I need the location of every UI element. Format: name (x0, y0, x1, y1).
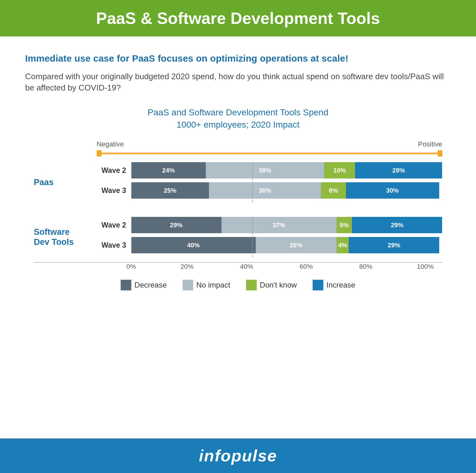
description: Compared with your originally budgeted 2… (25, 71, 451, 94)
positive-label: Positive (418, 140, 442, 148)
group-spacer (34, 207, 442, 217)
seg-decrease: 40% (131, 237, 256, 253)
legend-box-decrease (121, 280, 131, 290)
category-group-paas: Paas Wave 2 24% 38% 10% 28% (34, 162, 442, 202)
chart-area: Negative Positive (34, 140, 442, 290)
bar-stack-paas-wave3: 25% 36% 8% 30% (131, 182, 442, 199)
category-group-software: SoftwareDev Tools Wave 2 29% 37% 5% 29% (34, 217, 442, 257)
seg-increase: 29% (349, 237, 439, 253)
legend-box-noimpact (183, 280, 193, 290)
dashed-line-software (252, 217, 253, 257)
bar-stack-paas-wave2: 24% 38% 10% 28% (131, 162, 442, 179)
negative-label: Negative (97, 140, 124, 148)
seg-increase: 29% (352, 217, 442, 233)
bar-row-paas-wave2: Wave 2 24% 38% 10% 28% (97, 162, 442, 179)
seg-increase: 28% (355, 162, 442, 179)
seg-noimpact: 38% (206, 162, 324, 179)
legend-label-dontknow: Don't know (260, 281, 297, 289)
legend: Decrease No impact Don't know Increase (34, 280, 442, 290)
wave-label: Wave 2 (97, 166, 131, 175)
legend-box-dontknow (246, 280, 257, 290)
x-axis: 0% 20% 40% 60% 80% 100% (34, 262, 442, 270)
category-label-paas: Paas (34, 162, 97, 202)
x-tick-100: 100% (417, 263, 434, 270)
wave-label: Wave 3 (97, 241, 131, 250)
seg-dontknow: 5% (336, 217, 352, 233)
seg-dontknow: 10% (324, 162, 355, 179)
x-tick-40: 40% (240, 263, 253, 270)
footer: infopulse (0, 438, 476, 473)
arrow-icon (97, 150, 442, 157)
arrow-row (34, 150, 442, 157)
content-area: Immediate use case for PaaS focuses on o… (0, 36, 476, 300)
legend-item-noimpact: No impact (183, 280, 230, 290)
legend-item-decrease: Decrease (121, 280, 167, 290)
legend-label-decrease: Decrease (134, 281, 167, 289)
footer-text: infopulse (199, 446, 277, 465)
seg-increase: 30% (346, 182, 439, 199)
legend-item-increase: Increase (313, 280, 355, 290)
seg-decrease: 25% (131, 182, 209, 199)
axis-labels: Negative Positive (34, 140, 442, 148)
seg-decrease: 24% (131, 162, 206, 179)
bar-row-software-wave3: Wave 3 40% 26% 4% 29% (97, 237, 442, 253)
seg-dontknow: 8% (321, 182, 346, 199)
page-title: PaaS & Software Development Tools (13, 9, 463, 28)
x-tick-80: 80% (359, 263, 372, 270)
category-label-software: SoftwareDev Tools (34, 217, 97, 257)
seg-dontknow: 4% (336, 237, 349, 253)
wave-label: Wave 2 (97, 221, 131, 229)
bars-column-paas: Wave 2 24% 38% 10% 28% Wave 3 25% (97, 162, 442, 202)
chart-title: PaaS and Software Development Tools Spen… (25, 106, 451, 131)
wave-label: Wave 3 (97, 186, 131, 195)
legend-label-noimpact: No impact (196, 281, 230, 289)
x-tick-60: 60% (300, 263, 313, 270)
x-tick-0: 0% (126, 263, 136, 270)
subtitle: Immediate use case for PaaS focuses on o… (25, 52, 451, 64)
dashed-line-paas (252, 162, 253, 202)
bar-row-software-wave2: Wave 2 29% 37% 5% 29% (97, 217, 442, 233)
seg-noimpact: 26% (256, 237, 336, 253)
chart-rows: Paas Wave 2 24% 38% 10% 28% (34, 162, 442, 270)
seg-decrease: 29% (131, 217, 222, 233)
bar-stack-software-wave3: 40% 26% 4% 29% (131, 237, 442, 253)
header: PaaS & Software Development Tools (0, 0, 476, 36)
bars-column-software: Wave 2 29% 37% 5% 29% Wave 3 40% (97, 217, 442, 257)
seg-noimpact: 37% (222, 217, 336, 233)
x-tick-20: 20% (180, 263, 194, 270)
bar-stack-software-wave2: 29% 37% 5% 29% (131, 217, 442, 233)
seg-noimpact: 36% (209, 182, 321, 199)
legend-item-dontknow: Don't know (246, 280, 297, 290)
legend-label-increase: Increase (326, 281, 355, 289)
arrow-container (97, 150, 442, 157)
bar-row-paas-wave3: Wave 3 25% 36% 8% 30% (97, 182, 442, 199)
legend-box-increase (313, 280, 323, 290)
